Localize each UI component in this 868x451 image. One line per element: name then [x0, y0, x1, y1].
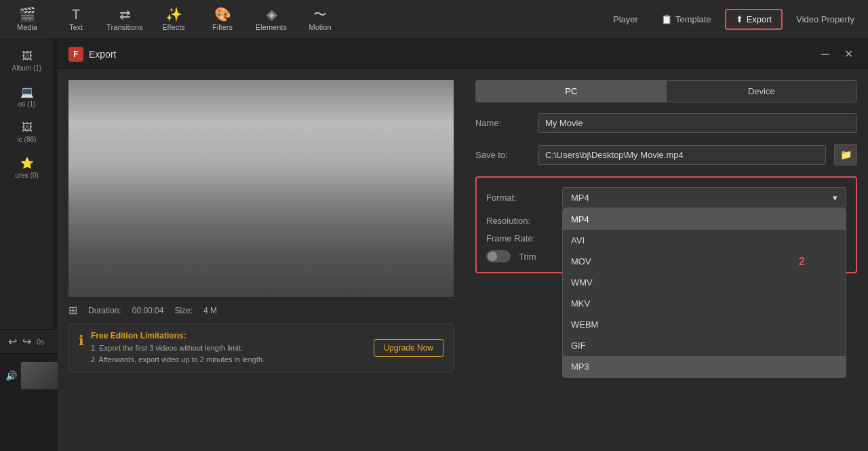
close-button[interactable]: ✕: [840, 45, 857, 63]
sidebar-ic-label: ic (88): [18, 136, 37, 143]
toolbar-elements-label: Elements: [256, 23, 287, 31]
dropdown-item-avi[interactable]: AVI: [563, 230, 846, 251]
notice-line-2: 2. Afterwards, export video up to 2 minu…: [91, 354, 367, 366]
format-row: Format: MP4 ▾ MP4 AVI MOV 2: [486, 187, 846, 208]
motion-icon: 〜: [313, 7, 327, 21]
dropdown-item-wmv[interactable]: WMV: [563, 272, 846, 293]
sidebar-ures-label: ures (0): [15, 172, 38, 179]
ic-icon: 🖼: [22, 121, 33, 134]
notice-title: Free Edition Limitations:: [91, 331, 367, 340]
track-thumbnail: [21, 362, 62, 389]
sidebar: 🖼 Album (1) 💻 os (1) 🖼 ic (88) ⭐ ures (0…: [0, 39, 54, 329]
size-value: 4 M: [203, 306, 217, 315]
save-to-input[interactable]: [538, 145, 826, 165]
format-dropdown-trigger[interactable]: MP4 ▾: [562, 187, 846, 208]
tab-device[interactable]: Device: [667, 81, 857, 102]
dialog-title: Export: [89, 49, 811, 60]
ures-icon: ⭐: [20, 157, 34, 170]
dropdown-item-mov[interactable]: MOV 2: [563, 251, 846, 272]
toolbar-template-label: Template: [675, 14, 711, 24]
redo-icon[interactable]: ↪: [22, 335, 31, 348]
toolbar-template-item[interactable]: 📋 Template: [653, 10, 719, 28]
toolbar-item-media[interactable]: 🎬 Media: [3, 1, 52, 38]
toolbar-export-button[interactable]: ⬆ Export: [725, 9, 783, 30]
notice-icon: ℹ: [79, 332, 84, 349]
export-icon: ⬆: [736, 14, 743, 24]
toolbar-media-label: Media: [17, 23, 37, 31]
toolbar-export-label: Export: [747, 14, 772, 24]
format-select-wrapper: MP4 ▾ MP4 AVI MOV 2 WMV MKV: [562, 187, 846, 208]
toolbar-item-filters[interactable]: 🎨 Filters: [198, 1, 247, 38]
volume-icon: 🔊: [5, 370, 17, 381]
toolbar-player-tab[interactable]: Player: [604, 10, 648, 28]
elements-icon: ◈: [267, 7, 277, 21]
chevron-down-icon: ▾: [833, 193, 837, 203]
expand-icon: ⊞: [68, 304, 77, 317]
browse-button[interactable]: 📁: [834, 144, 857, 165]
filters-icon: 🎨: [214, 7, 231, 21]
toolbar-transitions-label: Transitions: [106, 23, 142, 31]
minimize-button[interactable]: ─: [816, 45, 834, 63]
name-input[interactable]: [538, 113, 857, 133]
dropdown-item-mkv[interactable]: MKV: [563, 293, 846, 314]
dialog-body: ⊞ Duration: 00:00:04 Size: 4 M ℹ Free Ed…: [58, 69, 868, 383]
toolbar: 🎬 Media T Text ⇄ Transitions ✨ Effects 🎨…: [0, 0, 868, 39]
framerate-label: Frame Rate:: [486, 233, 554, 243]
timeline-time: 0s: [37, 338, 45, 346]
dropdown-item-gif[interactable]: GIF: [563, 335, 846, 356]
sidebar-item-ures[interactable]: ⭐ ures (0): [0, 151, 54, 184]
transitions-icon: ⇄: [119, 7, 131, 21]
badge-number: 2: [799, 256, 805, 268]
export-dialog: F Export ─ ✕ ⊞ Duration: 00:00:04 Size: …: [58, 39, 868, 451]
toolbar-item-effects[interactable]: ✨ Effects: [149, 1, 198, 38]
toolbar-item-elements[interactable]: ◈ Elements: [247, 1, 296, 38]
template-icon: 📋: [661, 14, 672, 24]
trim-label: Trim: [519, 252, 536, 262]
name-label: Name:: [475, 118, 530, 128]
save-to-row: Save to: 📁: [475, 144, 857, 165]
sidebar-item-os[interactable]: 💻 os (1): [0, 80, 54, 113]
toolbar-motion-label: Motion: [309, 23, 331, 31]
toolbar-video-property-item[interactable]: Video Property: [788, 10, 863, 28]
format-dropdown-list: MP4 AVI MOV 2 WMV MKV WEBM GIF MP3: [562, 208, 846, 378]
duration-label: Duration:: [88, 306, 121, 315]
dropdown-item-mp3[interactable]: MP3: [563, 356, 846, 377]
sidebar-item-ic[interactable]: 🖼 ic (88): [0, 116, 54, 149]
video-info: ⊞ Duration: 00:00:04 Size: 4 M: [68, 304, 454, 317]
os-icon: 💻: [20, 85, 34, 98]
text-icon: T: [72, 7, 80, 21]
toolbar-item-transitions[interactable]: ⇄ Transitions: [100, 1, 149, 38]
undo-icon[interactable]: ↩: [8, 335, 17, 348]
free-edition-notice: ℹ Free Edition Limitations: 1. Export th…: [68, 323, 454, 372]
sidebar-os-label: os (1): [18, 100, 36, 108]
duration-value: 00:00:04: [132, 306, 164, 315]
upgrade-now-button[interactable]: Upgrade Now: [374, 339, 443, 357]
settings-panel: PC Device Name: Save to: 📁 Format:: [465, 69, 868, 383]
resolution-label: Resolution:: [486, 216, 554, 226]
name-row: Name:: [475, 113, 857, 133]
notice-line-1: 1. Export the first 3 videos without len…: [91, 342, 367, 354]
effects-icon: ✨: [165, 7, 182, 21]
toolbar-video-property-label: Video Property: [796, 14, 854, 24]
format-section: Format: MP4 ▾ MP4 AVI MOV 2: [475, 176, 857, 273]
toolbar-text-label: Text: [69, 23, 83, 31]
sidebar-item-album[interactable]: 🖼 Album (1): [0, 45, 54, 77]
save-to-label: Save to:: [475, 150, 530, 160]
video-preview-section: ⊞ Duration: 00:00:04 Size: 4 M ℹ Free Ed…: [58, 69, 465, 383]
format-label: Format:: [486, 193, 554, 203]
toolbar-item-motion[interactable]: 〜 Motion: [296, 1, 344, 38]
sidebar-album-label: Album (1): [12, 64, 41, 72]
folder-icon: 📁: [840, 149, 852, 160]
toolbar-effects-label: Effects: [162, 23, 184, 31]
format-current-value: MP4: [571, 193, 589, 203]
notice-content: Free Edition Limitations: 1. Export the …: [91, 331, 367, 365]
pc-device-tabs: PC Device: [475, 80, 857, 102]
tab-pc[interactable]: PC: [476, 81, 667, 102]
dropdown-item-webm[interactable]: WEBM: [563, 314, 846, 335]
trim-toggle[interactable]: [486, 250, 511, 262]
dropdown-item-mp4[interactable]: MP4: [563, 209, 846, 230]
media-icon: 🎬: [19, 7, 36, 21]
toolbar-left: 🎬 Media T Text ⇄ Transitions ✨ Effects 🎨…: [0, 1, 604, 38]
toolbar-filters-label: Filters: [212, 23, 233, 31]
toolbar-item-text[interactable]: T Text: [52, 1, 100, 38]
